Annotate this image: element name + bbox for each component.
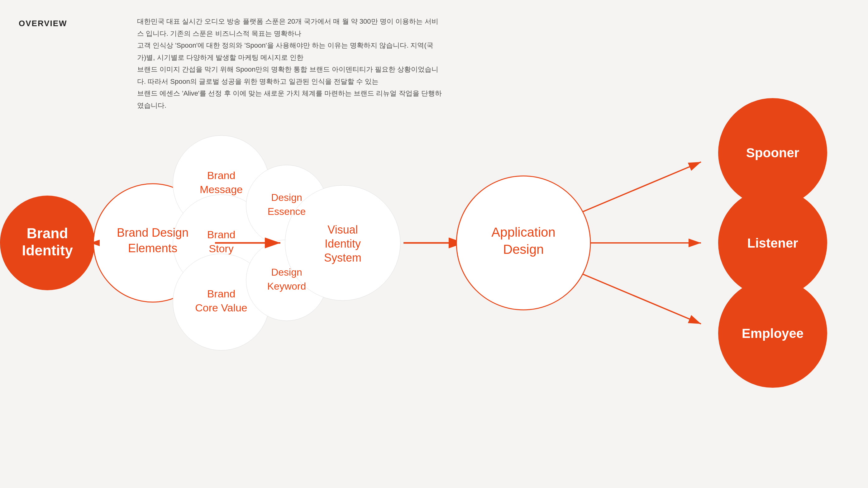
svg-text:System: System <box>324 251 362 264</box>
svg-text:Elements: Elements <box>128 242 177 255</box>
svg-text:Story: Story <box>209 242 234 254</box>
svg-line-14 <box>583 274 701 324</box>
svg-text:Design: Design <box>271 267 302 278</box>
svg-text:Brand: Brand <box>207 169 236 181</box>
svg-text:Brand: Brand <box>207 288 236 300</box>
svg-text:Spooner: Spooner <box>746 145 799 160</box>
svg-text:Listener: Listener <box>747 236 798 250</box>
svg-text:Identity: Identity <box>22 242 73 258</box>
svg-text:Identity: Identity <box>324 237 361 250</box>
svg-line-12 <box>583 162 701 212</box>
svg-text:Visual: Visual <box>328 223 358 236</box>
svg-text:Brand: Brand <box>27 225 68 241</box>
svg-text:Design: Design <box>271 192 302 203</box>
svg-text:Brand Design: Brand Design <box>117 226 188 239</box>
svg-text:Brand: Brand <box>207 229 236 240</box>
svg-text:Essence: Essence <box>268 206 306 217</box>
svg-text:Core Value: Core Value <box>195 302 247 314</box>
svg-text:Keyword: Keyword <box>267 281 306 292</box>
svg-text:Message: Message <box>200 184 243 195</box>
svg-text:Design: Design <box>503 242 544 257</box>
svg-text:Application: Application <box>491 225 555 239</box>
diagram-svg: Brand Identity Brand Design Elements Bra… <box>0 0 868 488</box>
svg-text:Employee: Employee <box>742 326 804 341</box>
